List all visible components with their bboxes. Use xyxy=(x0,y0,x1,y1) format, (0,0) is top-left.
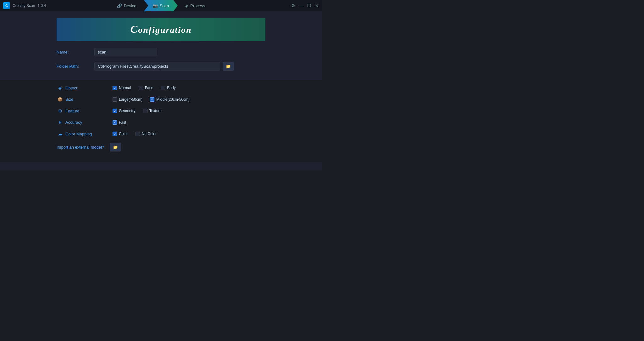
option-no-color-label: No Color xyxy=(142,132,157,136)
tab-device-label: Device xyxy=(124,3,136,8)
window-controls: ⚙ — ❐ ✕ xyxy=(291,3,319,8)
folder-label: Folder Path: xyxy=(57,64,94,69)
checkbox-face[interactable] xyxy=(139,86,143,90)
accuracy-icon: H xyxy=(57,120,64,125)
app-version: 1.0.4 xyxy=(37,3,46,8)
folder-input[interactable] xyxy=(94,62,220,71)
tab-scan-label: Scan xyxy=(160,3,169,8)
tab-process-label: Process xyxy=(190,3,205,8)
option-middle-label: Middle(20cm-50cm) xyxy=(156,97,190,102)
close-button[interactable]: ✕ xyxy=(315,3,319,8)
object-label: Object xyxy=(65,86,106,90)
folder-row: Folder Path: 📁 xyxy=(57,62,265,71)
checkbox-geometry[interactable]: ✓ xyxy=(113,109,117,113)
size-options: Large(>50cm) ✓ Middle(20cm-50cm) xyxy=(113,97,190,102)
app-logo: C xyxy=(3,2,10,9)
option-large-label: Large(>50cm) xyxy=(119,97,142,102)
option-face-label: Face xyxy=(145,86,153,90)
color-mapping-icon: ☁ xyxy=(57,131,64,137)
feature-label: Feature xyxy=(65,109,106,113)
option-normal[interactable]: ✓ Normal xyxy=(113,86,131,90)
checkbox-body[interactable] xyxy=(161,86,165,90)
option-body-label: Body xyxy=(167,86,175,90)
feature-row: ⊕ Feature ✓ Geometry Texture xyxy=(57,108,265,114)
option-middle[interactable]: ✓ Middle(20cm-50cm) xyxy=(150,97,190,102)
checkbox-no-color[interactable] xyxy=(136,132,140,136)
option-geometry[interactable]: ✓ Geometry xyxy=(113,109,136,113)
option-no-color[interactable]: No Color xyxy=(136,132,157,136)
minimize-button[interactable]: — xyxy=(299,3,303,8)
import-label: Import an external model? xyxy=(57,145,104,150)
name-row: Name: xyxy=(57,48,265,56)
size-icon: 📦 xyxy=(57,97,64,102)
nav-tabs: 🔗 Device 📷 Scan ◈ Process xyxy=(109,0,213,11)
option-body[interactable]: Body xyxy=(161,86,175,90)
option-normal-label: Normal xyxy=(119,86,131,90)
config-banner-text: Configuration xyxy=(130,25,192,35)
app-name: Creality Scan xyxy=(13,3,35,8)
option-large[interactable]: Large(>50cm) xyxy=(113,97,142,102)
titlebar: C Creality Scan 1.0.4 🔗 Device 📷 Scan ◈ … xyxy=(0,0,322,11)
size-row: 📦 Size Large(>50cm) ✓ Middle(20cm-50cm) xyxy=(57,97,265,102)
accuracy-label: Accuracy xyxy=(65,120,106,125)
object-options: ✓ Normal Face Body xyxy=(113,86,176,90)
titlebar-left: C Creality Scan 1.0.4 xyxy=(3,2,46,9)
process-icon: ◈ xyxy=(185,3,188,8)
accuracy-row: H Accuracy ✓ Fast xyxy=(57,120,265,125)
tab-process[interactable]: ◈ Process xyxy=(178,0,213,11)
color-mapping-options: ✓ Color No Color xyxy=(113,132,157,136)
tab-device[interactable]: 🔗 Device xyxy=(109,0,144,11)
option-geometry-label: Geometry xyxy=(119,109,136,113)
name-label: Name: xyxy=(57,50,94,54)
checkbox-fast[interactable]: ✓ xyxy=(113,120,117,125)
feature-icon: ⊕ xyxy=(57,108,64,114)
option-fast-label: Fast xyxy=(119,120,126,125)
name-input[interactable] xyxy=(94,48,157,56)
checkbox-large[interactable] xyxy=(113,97,117,102)
size-label: Size xyxy=(65,97,106,102)
config-section: Configuration Name: Folder Path: 📁 xyxy=(0,11,322,80)
option-texture[interactable]: Texture xyxy=(143,109,162,113)
scan-icon: 📷 xyxy=(153,3,158,8)
feature-options: ✓ Geometry Texture xyxy=(113,109,162,113)
checkbox-texture[interactable] xyxy=(143,109,147,113)
maximize-button[interactable]: ❐ xyxy=(307,3,311,8)
checkbox-middle[interactable]: ✓ xyxy=(150,97,154,102)
tab-scan[interactable]: 📷 Scan xyxy=(144,0,178,11)
checkbox-color[interactable]: ✓ xyxy=(113,132,117,136)
object-row: ◈ Object ✓ Normal Face Body xyxy=(57,85,265,91)
bottom-area: New Scan xyxy=(0,162,322,170)
checkbox-normal[interactable]: ✓ xyxy=(113,86,117,90)
option-fast[interactable]: ✓ Fast xyxy=(113,120,126,125)
accuracy-options: ✓ Fast xyxy=(113,120,126,125)
import-row: Import an external model? 📁 xyxy=(57,143,265,151)
option-color-label: Color xyxy=(119,132,128,136)
folder-browse-button[interactable]: 📁 xyxy=(223,62,234,71)
option-face[interactable]: Face xyxy=(139,86,153,90)
import-browse-button[interactable]: 📁 xyxy=(110,143,121,151)
option-color[interactable]: ✓ Color xyxy=(113,132,128,136)
settings-icon[interactable]: ⚙ xyxy=(291,3,295,8)
option-texture-label: Texture xyxy=(149,109,162,113)
settings-section: ◈ Object ✓ Normal Face Body 📦 Size xyxy=(0,80,322,162)
color-mapping-label: Color Mapping xyxy=(65,132,106,136)
config-banner: Configuration xyxy=(57,18,265,41)
device-icon: 🔗 xyxy=(117,3,122,8)
object-icon: ◈ xyxy=(57,85,64,91)
color-mapping-row: ☁ Color Mapping ✓ Color No Color xyxy=(57,131,265,137)
